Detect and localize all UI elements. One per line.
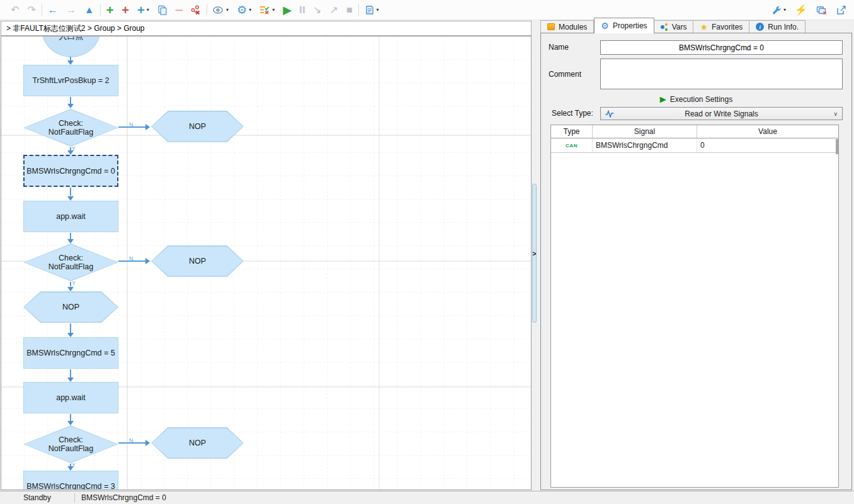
remove-button[interactable]: ─ [176, 5, 183, 15]
redo-button[interactable]: ↷ [27, 5, 35, 15]
add-element-button[interactable]: + [106, 4, 114, 16]
select-type-dropdown[interactable]: Read or Write Signals ∨ [600, 107, 843, 120]
close-windows-button[interactable] [816, 5, 828, 15]
quick-run-button[interactable]: ⚡ [795, 5, 807, 15]
settings-button[interactable]: ⚙ ▾ [237, 4, 251, 16]
flow-node-set5[interactable]: BMSWrlsChrgngCmd = 5 [23, 337, 118, 369]
breadcrumb[interactable]: > 非FAULT标志位测试2 > Group > Group [1, 21, 532, 36]
connector-arrow [67, 421, 74, 425]
comment-input[interactable] [600, 59, 843, 89]
step-into-button[interactable]: ↘ [313, 5, 321, 15]
undo-button[interactable]: ↶ [11, 5, 19, 15]
flow-node-set3[interactable]: BMSWrlsChrgngCmd = 3 [23, 471, 118, 490]
stop-button[interactable]: ■ [346, 5, 353, 15]
signals-table: Type Signal Value CAN BMSWrlsChrgngCmd 0 [550, 125, 839, 488]
flow-node-wait1[interactable]: app.wait [23, 201, 118, 232]
open-external-icon [836, 5, 846, 15]
properties-panel: Name Comment ▶ Execution Settings Select… [540, 33, 852, 490]
copy-icon [157, 5, 168, 15]
undo-icon: ↶ [11, 5, 19, 15]
expander-play-icon: ▶ [660, 95, 666, 103]
tab-vars[interactable]: Vars [654, 20, 694, 33]
connector-arrow [145, 440, 150, 446]
copy-button[interactable] [157, 5, 168, 15]
disconnect-icon [191, 5, 201, 15]
execution-settings-label: Execution Settings [670, 95, 732, 104]
dropdown-caret-icon: ▾ [249, 8, 251, 13]
connector [70, 369, 71, 378]
info-icon: i [756, 23, 764, 31]
gear-icon: ⚙ [237, 4, 247, 16]
disconnect-button[interactable] [191, 5, 201, 15]
column-header-signal[interactable]: Signal [593, 125, 697, 138]
connector-arrow [67, 150, 74, 155]
breadcrumb-path: > 非FAULT标志位测试2 > Group > Group [6, 23, 145, 34]
dropdown-caret-icon: ▾ [783, 8, 786, 13]
value-cell: 0 [697, 138, 838, 152]
flowchart-canvas[interactable]: 入口点 TrShftLvrPosBkup = 2 Check: NotFault… [1, 36, 532, 490]
splitter-expand-handle[interactable]: > [531, 250, 538, 259]
tools-button[interactable]: ▾ [771, 5, 786, 15]
report-button[interactable]: ▾ [365, 5, 379, 15]
redo-icon: ↷ [27, 5, 35, 15]
flow-node-set0-selected[interactable]: BMSWrlsChrgngCmd = 0 [23, 155, 118, 187]
column-header-type[interactable]: Type [551, 125, 593, 138]
table-row[interactable]: CAN BMSWrlsChrgngCmd 0 [551, 138, 838, 153]
step-out-button[interactable]: ↗ [330, 5, 338, 15]
wrench-icon [771, 5, 782, 15]
navigate-up-button[interactable]: ▲ [84, 5, 94, 15]
detach-window-button[interactable] [836, 5, 846, 15]
flow-node-nop4[interactable]: NOP [151, 427, 244, 459]
navigate-forward-button[interactable]: → [66, 5, 76, 15]
flow-node-check1[interactable]: Check: NotFaultFlag [23, 109, 118, 147]
connector-arrow [67, 287, 74, 291]
tab-properties[interactable]: ⚙ Properties [594, 18, 654, 33]
flow-node-check3[interactable]: Check: NotFaultFlag [23, 425, 118, 463]
status-selection-detail: BMSWrlsChrgngCmd = 0 [75, 493, 166, 502]
flow-node-check2[interactable]: Check: NotFaultFlag [23, 244, 118, 281]
flow-node-rect1[interactable]: TrShftLvrPosBkup = 2 [23, 65, 118, 96]
view-options-button[interactable]: ▾ [213, 6, 229, 14]
stop-icon: ■ [346, 5, 353, 15]
vars-icon [661, 23, 668, 31]
dropdown-caret-icon: ▾ [226, 8, 229, 13]
properties-tabbar: Modules ⚙ Properties Vars ★ Favorites i … [540, 19, 806, 33]
connector-arrow [145, 124, 150, 130]
select-type-label: Select Type: [552, 109, 593, 118]
table-scrollbar[interactable] [836, 139, 838, 154]
dropdown-caret-icon: ▾ [147, 8, 149, 13]
flow-node-nop3[interactable]: NOP [23, 291, 118, 323]
minus-icon: ─ [176, 5, 183, 15]
step-out-icon: ↗ [330, 5, 338, 15]
flow-node-wait2[interactable]: app.wait [23, 382, 118, 413]
select-type-value: Read or Write Signals [601, 109, 842, 118]
pause-button[interactable] [300, 6, 305, 13]
add-check-button[interactable]: + [122, 4, 129, 16]
branch-no-label: N [129, 437, 134, 444]
column-header-value[interactable]: Value [697, 125, 838, 138]
flow-node-nop1[interactable]: NOP [151, 111, 244, 142]
signals-table-header: Type Signal Value [551, 125, 838, 138]
run-button[interactable]: ▶ [283, 4, 292, 16]
tab-run-info[interactable]: i Run Info. [749, 20, 806, 33]
play-icon: ▶ [283, 4, 292, 16]
tab-favorites[interactable]: ★ Favorites [693, 20, 749, 33]
gear-icon: ⚙ [601, 21, 609, 30]
connector [70, 188, 71, 196]
status-state: Standby [0, 493, 74, 502]
connector [70, 233, 71, 239]
connector-arrow [67, 378, 74, 382]
navigate-back-button[interactable]: ← [48, 5, 58, 15]
signal-cell: BMSWrlsChrgngCmd [593, 138, 697, 152]
eye-icon [213, 6, 224, 14]
connector-arrow [67, 196, 74, 201]
flow-node-nop2[interactable]: NOP [151, 245, 244, 277]
tab-modules[interactable]: Modules [540, 20, 594, 33]
add-node-dropdown-button[interactable]: + ▾ [137, 4, 149, 16]
check-config-button[interactable]: ▾ [259, 5, 275, 14]
name-input[interactable] [600, 40, 843, 55]
execution-settings-expander[interactable]: ▶ Execution Settings [541, 94, 851, 104]
plus-red-icon: + [122, 4, 129, 16]
branch-no-label: N [129, 255, 134, 262]
toolbar-group-report: ▾ [359, 5, 385, 15]
